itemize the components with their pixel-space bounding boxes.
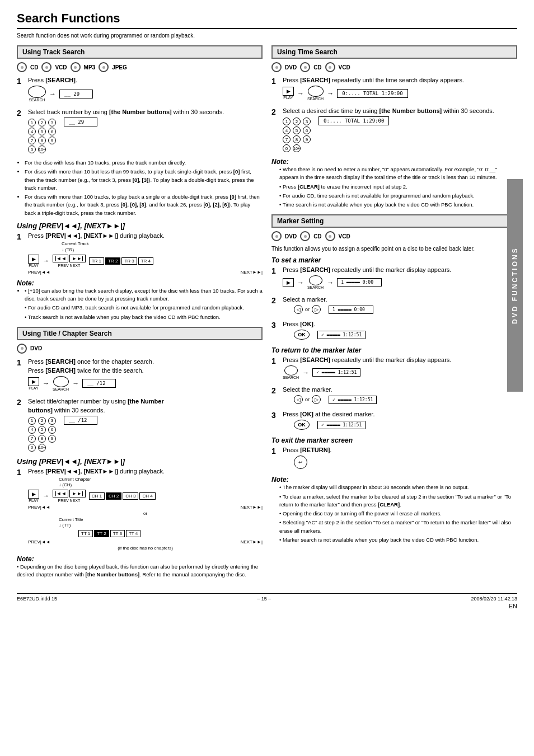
tc-num-0: 0	[28, 444, 36, 452]
track-search-bullets: For the disc with less than 10 tracks, p…	[17, 159, 263, 217]
next-btn[interactable]: ►►|	[69, 255, 85, 262]
tc-num-4: 4	[28, 426, 36, 434]
sm-play-icon: ▶	[283, 278, 294, 287]
sm-search-label: SEARCH	[307, 285, 324, 289]
sm-prev-btn[interactable]: ◁	[294, 305, 303, 314]
vcd-label-ts: VCD	[339, 64, 350, 71]
tc-pn-diagram2: TT 1 TT 2 TT 3 TT 4	[28, 530, 263, 537]
rm-step2-num: 2	[271, 386, 278, 395]
tt-cells-inner: TT 1 TT 2 TT 3 TT 4	[78, 530, 140, 537]
ts-search-circle	[308, 86, 324, 97]
ts-num-6: 6	[303, 126, 311, 134]
dvd-disc-icon-m	[271, 231, 282, 241]
tc-num-1: 1	[28, 417, 36, 425]
or-label: or	[28, 511, 263, 516]
set-marker-step2: 2 Select a marker. ◁ or ▷ 1 ▬▬▬▬▬ 0:00	[271, 296, 517, 316]
sm-next-btn[interactable]: ▷	[312, 305, 321, 314]
rm-ok-btn[interactable]: OK	[294, 420, 310, 430]
track-search-step2: 2 Select track number by using [the Numb…	[17, 109, 263, 154]
note-1-item1: • [+10] can also bring the track search …	[25, 287, 263, 303]
tc-num-5: 5	[38, 426, 46, 434]
prev-btn-row: |◄◄ ►►|	[53, 255, 86, 262]
prev-next-bottom-labels: PREV|◄◄ NEXT►►|	[28, 270, 263, 275]
ts-num-1: 1	[283, 118, 291, 125]
rm-step3-text: Press [OK] at the desired marker.	[283, 411, 517, 417]
current-title-label: Current Title	[59, 517, 263, 522]
return-marker-step3: 3 Press [OK] at the desired marker. OK ✓…	[271, 411, 517, 432]
vcd-label: VCD	[55, 64, 67, 71]
ch3-cell: CH 3	[123, 492, 138, 500]
rm-step2-text: Select the marker.	[283, 386, 517, 393]
next-tt-label: NEXT►►|	[241, 539, 263, 544]
ts-num-3: 3	[303, 118, 311, 125]
current-track-label: Current Track	[62, 241, 263, 246]
tc-play-btn: ▶ PLAY	[28, 377, 39, 390]
num-4: 4	[28, 128, 36, 135]
ts-step2-num: 2	[271, 107, 278, 116]
return-btn[interactable]: ↩	[294, 456, 307, 469]
tc-pn-play-icon: ▶	[28, 490, 39, 499]
rm-arrow1: →	[302, 369, 309, 377]
prev-ch-label: PREV|◄◄	[28, 505, 50, 510]
mp3-disc-icon	[71, 62, 81, 72]
step1-num: 1	[17, 77, 24, 86]
marker-note-item1: • The marker display will disappear in a…	[279, 483, 517, 491]
tc-prev-btn[interactable]: |◄◄	[53, 490, 68, 497]
tt2-cell: TT 2	[94, 530, 109, 537]
track-search-step1: 1 Press [SEARCH]. SEARCH → __ 29	[17, 77, 263, 104]
rm-step3-diagram: OK ✓ ▬▬▬▬▬ 1:12:51	[283, 420, 517, 430]
marker-note-box: Note: • The marker display will disappea…	[271, 476, 517, 544]
ok-btn[interactable]: OK	[294, 330, 310, 340]
exit-marker-step1: 1 Press [RETURN]. ↩	[271, 447, 517, 471]
dvd-disc-icon-tc	[17, 344, 27, 354]
tc-display2: __ /12	[64, 416, 97, 425]
no-chapters-note: (If the disc has no chapters)	[28, 546, 263, 551]
num-3: 3	[48, 119, 56, 126]
jpeg-disc-icon	[99, 62, 109, 72]
current-chapter-label: Current Chapter	[59, 477, 263, 482]
rm-search-label: SEARCH	[283, 375, 299, 379]
ch1-cell: CH 1	[89, 492, 105, 500]
page-subtitle: Search function does not work during pro…	[17, 32, 517, 39]
tt1-cell: TT 1	[78, 530, 93, 537]
ch4-cell: CH 4	[139, 492, 155, 500]
ts-number-grid: 1 2 3 4 5 6 7 8	[283, 116, 312, 153]
sm-or-label: or	[305, 307, 310, 312]
num-1: 1	[28, 119, 36, 126]
ts-step2: 2 Select a desired disc time by using [t…	[271, 107, 517, 153]
cd-label-ts: CD	[313, 64, 321, 71]
ts-display1: 0:.... TOTAL 1:29:00	[337, 89, 407, 98]
ts-step1-text: Press [SEARCH] repeatedly until the time…	[283, 77, 517, 83]
tt-cells: TT 1 TT 2 TT 3 TT 4	[28, 530, 140, 537]
rm-next-btn[interactable]: ▷	[312, 395, 321, 404]
note-content-1: • [+10] can also bring the track search …	[17, 287, 263, 321]
ts-num-row3: 7 8 9	[283, 135, 312, 143]
ts-note-title: Note:	[271, 158, 517, 166]
tc-next-btn[interactable]: ►►|	[69, 490, 85, 497]
tc-pn-step1: 1 Press [PREV|◄◄], [NEXT►►|] during play…	[17, 468, 263, 551]
sm-marker-display3: ✓ ▬▬▬▬▬ 1:12:51	[317, 331, 366, 339]
ts-num-4: 4	[283, 126, 291, 134]
tc-step1-content: Press [SEARCH] once for the chapter sear…	[28, 358, 263, 393]
track-cells: TR 1 TR 2 TR 3 TR 4	[89, 257, 153, 265]
sm-step1-num: 1	[271, 266, 278, 275]
ts-num-9: 9	[303, 135, 311, 143]
cd-label-m: CD	[313, 233, 321, 240]
rm-search-circle	[284, 365, 298, 375]
tc-num-6: 6	[48, 426, 56, 434]
step2-diagram: 1 2 3 4 5 6 7 8	[28, 118, 263, 154]
step2-num: 2	[17, 109, 24, 118]
tc-num-2: 2	[38, 417, 46, 425]
num-5: 5	[38, 128, 46, 135]
next-label-bottom: NEXT►►|	[241, 270, 263, 275]
prev-btn[interactable]: |◄◄	[53, 255, 68, 262]
ts-num-row2: 4 5 6	[283, 126, 312, 134]
em-step1-num: 1	[271, 447, 278, 456]
jpeg-label: JPEG	[112, 64, 127, 71]
rm-step1-content: Press [SEARCH] repeatedly until the mark…	[283, 356, 517, 382]
rm-prev-btn[interactable]: ◁	[294, 395, 303, 404]
return-marker-title: To return to the marker later	[271, 346, 517, 354]
tt-bottom-labels: PREV|◄◄ NEXT►►|	[28, 539, 263, 544]
ts-step1-content: Press [SEARCH] repeatedly until the time…	[283, 77, 517, 103]
tc-note-box: Note: • Depending on the disc being play…	[17, 555, 263, 579]
